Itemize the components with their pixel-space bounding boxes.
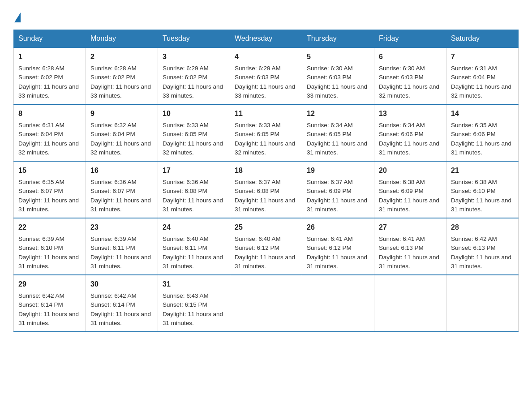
sunrise-text: Sunrise: 6:28 AM bbox=[18, 65, 64, 72]
daylight-text: Daylight: 11 hours and 31 minutes. bbox=[18, 197, 79, 213]
sunset-text: Sunset: 6:07 PM bbox=[90, 188, 135, 194]
sunset-text: Sunset: 6:04 PM bbox=[18, 131, 63, 137]
calendar-cell: 23Sunrise: 6:39 AMSunset: 6:11 PMDayligh… bbox=[86, 218, 158, 275]
sunset-text: Sunset: 6:02 PM bbox=[18, 74, 63, 81]
daylight-text: Daylight: 11 hours and 33 minutes. bbox=[163, 83, 223, 99]
sunrise-text: Sunrise: 6:33 AM bbox=[163, 122, 209, 128]
daylight-text: Daylight: 11 hours and 32 minutes. bbox=[18, 140, 79, 156]
day-number: 28 bbox=[451, 222, 514, 233]
column-header-friday: Friday bbox=[374, 30, 446, 48]
daylight-text: Daylight: 11 hours and 32 minutes. bbox=[90, 140, 151, 156]
sunrise-text: Sunrise: 6:39 AM bbox=[18, 235, 64, 242]
day-number: 30 bbox=[90, 279, 153, 290]
sunrise-text: Sunrise: 6:37 AM bbox=[307, 179, 353, 185]
calendar-cell: 24Sunrise: 6:40 AMSunset: 6:11 PMDayligh… bbox=[158, 218, 230, 275]
day-number: 9 bbox=[90, 108, 153, 119]
sunrise-text: Sunrise: 6:38 AM bbox=[451, 179, 497, 185]
sunset-text: Sunset: 6:03 PM bbox=[307, 74, 352, 81]
sunrise-text: Sunrise: 6:41 AM bbox=[379, 235, 425, 242]
daylight-text: Daylight: 11 hours and 31 minutes. bbox=[379, 140, 439, 156]
sunrise-text: Sunrise: 6:35 AM bbox=[451, 122, 497, 128]
daylight-text: Daylight: 11 hours and 31 minutes. bbox=[18, 311, 79, 326]
calendar-cell: 30Sunrise: 6:42 AMSunset: 6:14 PMDayligh… bbox=[86, 275, 158, 332]
daylight-text: Daylight: 11 hours and 32 minutes. bbox=[379, 83, 439, 99]
calendar-cell: 6Sunrise: 6:30 AMSunset: 6:03 PMDaylight… bbox=[374, 47, 446, 104]
sunset-text: Sunset: 6:15 PM bbox=[163, 301, 207, 308]
daylight-text: Daylight: 11 hours and 32 minutes. bbox=[235, 140, 295, 156]
calendar-cell: 9Sunrise: 6:32 AMSunset: 6:04 PMDaylight… bbox=[86, 104, 158, 161]
sunset-text: Sunset: 6:09 PM bbox=[307, 188, 352, 194]
day-number: 1 bbox=[18, 51, 81, 62]
calendar-week-row: 29Sunrise: 6:42 AMSunset: 6:14 PMDayligh… bbox=[14, 275, 519, 332]
calendar-cell: 5Sunrise: 6:30 AMSunset: 6:03 PMDaylight… bbox=[302, 47, 374, 104]
day-number: 25 bbox=[235, 222, 297, 233]
day-number: 15 bbox=[18, 165, 81, 176]
column-header-saturday: Saturday bbox=[446, 30, 519, 48]
calendar-table: SundayMondayTuesdayWednesdayThursdayFrid… bbox=[13, 30, 519, 332]
day-number: 8 bbox=[18, 108, 81, 119]
sunset-text: Sunset: 6:07 PM bbox=[18, 188, 63, 194]
calendar-cell bbox=[374, 275, 446, 332]
daylight-text: Daylight: 11 hours and 31 minutes. bbox=[379, 254, 439, 270]
daylight-text: Daylight: 11 hours and 31 minutes. bbox=[163, 311, 223, 326]
sunrise-text: Sunrise: 6:34 AM bbox=[379, 122, 425, 128]
sunrise-text: Sunrise: 6:30 AM bbox=[307, 65, 353, 72]
calendar-cell bbox=[230, 275, 302, 332]
day-number: 23 bbox=[90, 222, 153, 233]
sunset-text: Sunset: 6:05 PM bbox=[163, 131, 207, 137]
sunset-text: Sunset: 6:03 PM bbox=[379, 74, 424, 81]
calendar-cell: 12Sunrise: 6:34 AMSunset: 6:05 PMDayligh… bbox=[302, 104, 374, 161]
sunset-text: Sunset: 6:06 PM bbox=[451, 131, 496, 137]
sunset-text: Sunset: 6:06 PM bbox=[379, 131, 424, 137]
logo-triangle-icon bbox=[14, 13, 21, 22]
sunrise-text: Sunrise: 6:36 AM bbox=[163, 179, 209, 185]
sunrise-text: Sunrise: 6:30 AM bbox=[379, 65, 425, 72]
sunrise-text: Sunrise: 6:29 AM bbox=[163, 65, 209, 72]
sunrise-text: Sunrise: 6:33 AM bbox=[235, 122, 281, 128]
sunset-text: Sunset: 6:12 PM bbox=[307, 244, 352, 251]
calendar-cell: 7Sunrise: 6:31 AMSunset: 6:04 PMDaylight… bbox=[446, 47, 519, 104]
sunset-text: Sunset: 6:05 PM bbox=[235, 131, 279, 137]
calendar-cell: 19Sunrise: 6:37 AMSunset: 6:09 PMDayligh… bbox=[302, 161, 374, 218]
sunset-text: Sunset: 6:02 PM bbox=[90, 74, 135, 81]
day-number: 5 bbox=[307, 51, 369, 62]
day-number: 2 bbox=[90, 51, 153, 62]
day-number: 7 bbox=[451, 51, 514, 62]
daylight-text: Daylight: 11 hours and 31 minutes. bbox=[235, 197, 295, 213]
sunset-text: Sunset: 6:13 PM bbox=[379, 244, 424, 251]
sunset-text: Sunset: 6:14 PM bbox=[90, 301, 135, 308]
sunset-text: Sunset: 6:05 PM bbox=[307, 131, 352, 137]
sunrise-text: Sunrise: 6:35 AM bbox=[18, 179, 64, 185]
sunrise-text: Sunrise: 6:37 AM bbox=[235, 179, 281, 185]
sunrise-text: Sunrise: 6:32 AM bbox=[90, 122, 137, 128]
day-number: 14 bbox=[451, 108, 514, 119]
sunrise-text: Sunrise: 6:43 AM bbox=[163, 292, 209, 299]
sunrise-text: Sunrise: 6:41 AM bbox=[307, 235, 353, 242]
sunset-text: Sunset: 6:10 PM bbox=[18, 244, 63, 251]
calendar-cell: 25Sunrise: 6:40 AMSunset: 6:12 PMDayligh… bbox=[230, 218, 302, 275]
logo bbox=[13, 11, 21, 21]
daylight-text: Daylight: 11 hours and 31 minutes. bbox=[451, 197, 511, 213]
column-header-sunday: Sunday bbox=[14, 30, 86, 48]
day-number: 21 bbox=[451, 165, 514, 176]
calendar-cell: 14Sunrise: 6:35 AMSunset: 6:06 PMDayligh… bbox=[446, 104, 519, 161]
daylight-text: Daylight: 11 hours and 32 minutes. bbox=[163, 140, 223, 156]
sunrise-text: Sunrise: 6:40 AM bbox=[163, 235, 209, 242]
calendar-cell: 18Sunrise: 6:37 AMSunset: 6:08 PMDayligh… bbox=[230, 161, 302, 218]
day-number: 3 bbox=[163, 51, 225, 62]
calendar-cell: 16Sunrise: 6:36 AMSunset: 6:07 PMDayligh… bbox=[86, 161, 158, 218]
day-number: 11 bbox=[235, 108, 297, 119]
daylight-text: Daylight: 11 hours and 33 minutes. bbox=[90, 83, 151, 99]
sunset-text: Sunset: 6:11 PM bbox=[163, 244, 207, 251]
calendar-week-row: 22Sunrise: 6:39 AMSunset: 6:10 PMDayligh… bbox=[14, 218, 519, 275]
sunset-text: Sunset: 6:04 PM bbox=[90, 131, 135, 137]
calendar-cell: 20Sunrise: 6:38 AMSunset: 6:09 PMDayligh… bbox=[374, 161, 446, 218]
page-header bbox=[13, 11, 519, 21]
daylight-text: Daylight: 11 hours and 31 minutes. bbox=[451, 140, 511, 156]
calendar-cell: 11Sunrise: 6:33 AMSunset: 6:05 PMDayligh… bbox=[230, 104, 302, 161]
day-number: 12 bbox=[307, 108, 369, 119]
calendar-week-row: 15Sunrise: 6:35 AMSunset: 6:07 PMDayligh… bbox=[14, 161, 519, 218]
sunrise-text: Sunrise: 6:36 AM bbox=[90, 179, 137, 185]
sunset-text: Sunset: 6:13 PM bbox=[451, 244, 496, 251]
sunset-text: Sunset: 6:08 PM bbox=[163, 188, 207, 194]
